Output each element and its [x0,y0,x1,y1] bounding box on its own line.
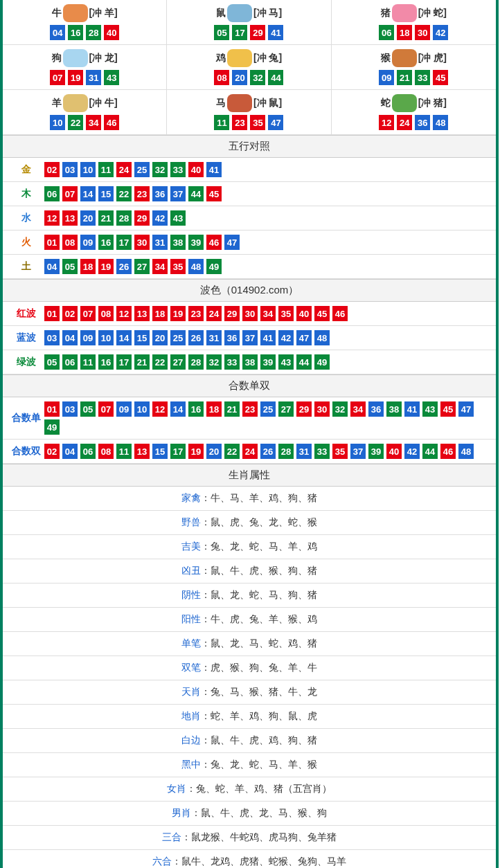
number-ball: 19 [68,70,83,85]
number-ball: 03 [44,330,60,345]
zodiac-opposite: [冲 兔] [253,52,282,64]
number-ball: 33 [224,354,240,370]
zodiac-opposite: [冲 鼠] [253,97,282,109]
number-ball: 39 [260,354,276,370]
number-ball: 16 [68,25,83,40]
number-ball: 47 [458,401,474,417]
zodiac-name: 鸡 [216,52,226,64]
number-ball: 22 [152,354,168,370]
attr-value: ：兔、龙、蛇、马、羊、猴 [201,759,317,770]
number-ball: 49 [206,259,222,274]
number-ball: 17 [170,444,186,459]
number-ball: 01 [44,401,60,417]
row-label: 合数双 [8,445,44,458]
zodiac-title: 狗[冲 龙] [6,49,163,67]
zodiac-title: 马[冲 鼠] [170,94,328,112]
number-ball: 32 [332,401,348,417]
attr-value: ：鼠牛、龙鸡、虎猪、蛇猴、兔狗、马羊 [172,856,346,867]
row-numbers: 0204060811131517192022242628313335373940… [44,444,474,459]
zodiac-balls: 07193143 [6,70,163,85]
bose-body: 红波0102070812131819232429303435404546蓝波03… [3,302,496,374]
number-ball: 44 [188,186,204,201]
zodiac-cell: 鸡[冲 兔]08203244 [167,45,331,90]
number-ball: 30 [242,306,258,321]
zodiac-balls: 06183042 [334,25,493,40]
number-ball: 21 [134,354,150,370]
number-ball: 36 [415,115,430,130]
attrs-body: 家禽：牛、马、羊、鸡、狗、猪野兽：鼠、虎、兔、龙、蛇、猴吉美：兔、龙、蛇、马、羊… [3,487,496,868]
zodiac-balls: 08203244 [170,70,328,85]
zodiac-icon [227,4,252,22]
zodiac-title: 鼠[冲 马] [170,4,328,22]
attr-row: 阴性：鼠、龙、蛇、马、狗、猪 [3,584,496,608]
number-ball: 06 [62,354,78,370]
number-ball: 19 [188,444,204,459]
attr-row: 野兽：鼠、虎、兔、龙、蛇、猴 [3,511,496,535]
attr-row: 双笔：虎、猴、狗、兔、羊、牛 [3,656,496,680]
number-ball: 26 [116,259,132,274]
zodiac-opposite: [冲 龙] [89,52,118,64]
attr-key: 吉美 [181,541,201,552]
attr-key: 阳性 [181,613,201,624]
attr-key: 地肖 [181,710,201,721]
attr-row: 吉美：兔、龙、蛇、马、羊、鸡 [3,535,496,559]
number-ball: 29 [134,210,150,226]
number-ball: 45 [206,186,222,201]
attr-value: ：蛇、羊、鸡、狗、鼠、虎 [201,710,317,721]
number-ball: 11 [116,444,132,459]
number-ball: 25 [134,162,150,177]
number-ball: 33 [170,162,186,177]
number-ball: 05 [62,259,78,274]
zodiac-balls: 09213345 [334,70,493,85]
number-ball: 07 [98,401,114,417]
attr-value: ：牛、马、羊、鸡、狗、猪 [201,492,317,503]
number-ball: 28 [116,210,132,226]
number-ball: 06 [44,186,60,201]
number-ball: 41 [206,162,222,177]
number-ball: 30 [415,25,430,40]
number-ball: 47 [224,235,240,250]
number-ball: 47 [268,115,283,130]
number-ball: 18 [206,401,222,417]
zodiac-balls: 11233547 [170,115,328,130]
number-ball: 48 [433,115,448,130]
number-ball: 16 [98,354,114,370]
number-ball: 12 [116,306,132,321]
row-label: 金 [8,163,44,176]
zodiac-cell: 马[冲 鼠]11233547 [167,90,331,135]
row-numbers: 1213202128294243 [44,210,186,226]
attr-row: 天肖：兔、马、猴、猪、牛、龙 [3,680,496,705]
number-ball: 23 [232,115,247,130]
attr-key: 双笔 [181,662,201,673]
number-ball: 36 [224,330,240,345]
number-ball: 37 [350,444,366,459]
number-ball: 25 [260,401,276,417]
number-ball: 36 [368,401,384,417]
number-ball: 43 [278,354,294,370]
number-ball: 15 [98,186,114,201]
number-ball: 13 [134,306,150,321]
number-ball: 01 [44,306,60,321]
number-ball: 11 [80,354,96,370]
row-label: 蓝波 [8,332,44,344]
row-numbers: 0103050709101214161821232527293032343638… [44,401,490,435]
number-ball: 47 [296,330,312,345]
heshu-body: 合数单0103050709101214161821232527293032343… [3,397,496,464]
number-ball: 19 [170,306,186,321]
table-row: 火0108091617303138394647 [3,230,496,255]
zodiac-opposite: [冲 猪] [418,97,447,109]
attr-value: ：鼠龙猴、牛蛇鸡、虎马狗、兔羊猪 [181,831,337,842]
number-ball: 08 [98,444,114,459]
zodiac-name: 羊 [52,97,62,109]
number-ball: 31 [206,330,222,345]
number-ball: 14 [80,186,96,201]
number-ball: 32 [250,70,265,85]
number-ball: 03 [62,401,78,417]
number-ball: 23 [134,186,150,201]
number-ball: 32 [206,354,222,370]
number-ball: 43 [422,401,438,417]
number-ball: 04 [62,330,78,345]
number-ball: 09 [80,330,96,345]
row-label: 绿波 [8,356,44,368]
attr-row: 单笔：鼠、龙、马、蛇、鸡、猪 [3,632,496,656]
